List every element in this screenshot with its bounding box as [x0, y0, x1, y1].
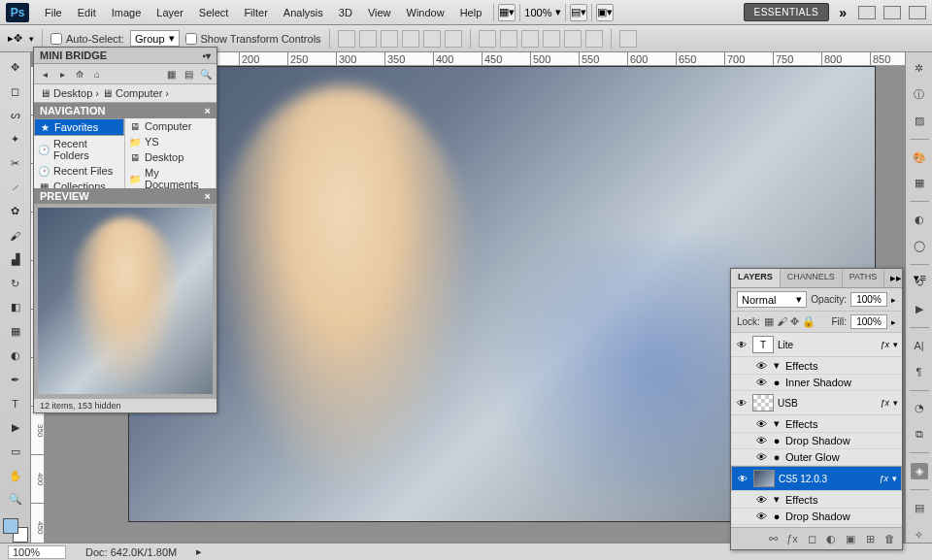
visibility-icon[interactable]: 👁: [754, 360, 768, 372]
nav-item[interactable]: 🕑Recent Files: [34, 163, 124, 179]
close-icon[interactable]: ×: [205, 190, 211, 202]
layer-item[interactable]: 👁USBƒx▾: [731, 391, 902, 415]
layer-style-icon[interactable]: ƒx: [785, 532, 799, 545]
visibility-icon[interactable]: 👁: [754, 418, 768, 430]
layer-effect[interactable]: 👁●Inner Shadow: [731, 375, 902, 391]
distribute-top-icon[interactable]: [479, 30, 496, 48]
link-layers-icon[interactable]: ⚯: [766, 532, 780, 545]
new-layer-icon[interactable]: ⊞: [863, 532, 877, 545]
distribute-bottom-icon[interactable]: [521, 30, 539, 48]
menu-image[interactable]: Image: [104, 0, 150, 25]
close-icon[interactable]: ×: [205, 105, 211, 116]
delete-layer-icon[interactable]: 🗑: [882, 532, 896, 545]
gradient-tool[interactable]: ▦: [4, 320, 27, 343]
visibility-icon[interactable]: 👁: [736, 474, 749, 484]
layer-name[interactable]: CS5 12.0.3: [779, 474, 875, 484]
tab-channels[interactable]: CHANNELS: [781, 269, 843, 287]
distribute-vcenter-icon[interactable]: [500, 30, 517, 48]
mini-bridge-breadcrumb[interactable]: 🖥 Desktop › 🖥 Computer ›: [34, 84, 216, 103]
align-top-icon[interactable]: [338, 30, 355, 48]
go-up-icon[interactable]: ⟰: [73, 67, 86, 81]
character-icon[interactable]: A|: [911, 338, 928, 354]
menu-view[interactable]: View: [360, 0, 399, 25]
visibility-icon[interactable]: 👁: [754, 377, 768, 388]
expand-effects-icon[interactable]: ▾: [892, 474, 897, 483]
brush-tool[interactable]: 🖌: [4, 224, 27, 247]
quick-select-tool[interactable]: ✦: [4, 128, 27, 150]
tab-layers[interactable]: LAYERS: [731, 269, 781, 287]
distribute-right-icon[interactable]: [585, 30, 603, 48]
chevron-right-icon[interactable]: ▸: [196, 545, 202, 558]
align-vcenter-icon[interactable]: [359, 30, 377, 48]
expand-effects-icon[interactable]: ▾: [893, 340, 898, 349]
distribute-left-icon[interactable]: [543, 30, 560, 48]
history-brush-tool[interactable]: ↻: [4, 273, 27, 295]
nav-item[interactable]: ▦Collections: [34, 179, 124, 188]
healing-brush-tool[interactable]: ✿: [4, 201, 27, 223]
menu-layer[interactable]: Layer: [149, 0, 191, 25]
nav-item[interactable]: ★Favorites: [34, 118, 124, 136]
channels-dock-icon[interactable]: ▤: [911, 500, 928, 516]
blend-mode-dropdown[interactable]: Normal▾: [737, 291, 807, 308]
adjustment-layer-icon[interactable]: ◐: [824, 532, 838, 545]
chevron-right-icon[interactable]: ▸: [891, 295, 896, 305]
distribute-hcenter-icon[interactable]: [564, 30, 582, 48]
align-left-icon[interactable]: [402, 30, 419, 48]
align-hcenter-icon[interactable]: [423, 30, 441, 48]
clone-source-icon[interactable]: ⧉: [911, 426, 928, 443]
menu-3d[interactable]: 3D: [331, 0, 360, 25]
brush-presets-icon[interactable]: ◔: [911, 400, 928, 416]
back-icon[interactable]: ◂: [38, 67, 51, 81]
layer-thumbnail[interactable]: [753, 470, 775, 487]
tab-paths[interactable]: PATHS: [843, 269, 885, 287]
nav-item[interactable]: 🕑Recent Folders: [34, 136, 124, 163]
layer-mask-icon[interactable]: ◻: [805, 532, 818, 545]
layer-thumbnail[interactable]: [752, 394, 774, 412]
type-tool[interactable]: T: [4, 393, 27, 415]
status-zoom[interactable]: 100%: [8, 545, 66, 559]
hand-tool[interactable]: ✋: [4, 465, 27, 487]
menu-window[interactable]: Window: [399, 0, 452, 25]
view-list-icon[interactable]: ▤: [182, 67, 195, 81]
color-swatches[interactable]: [3, 518, 28, 543]
actions-icon[interactable]: ▶: [911, 301, 928, 317]
nav-item[interactable]: 📁My Documents: [125, 165, 216, 188]
chevron-down-icon[interactable]: ▾: [29, 34, 34, 44]
masks-icon[interactable]: ◯: [911, 238, 928, 254]
visibility-icon[interactable]: 👁: [754, 451, 768, 463]
adjustments-icon[interactable]: ◐: [911, 212, 928, 228]
layer-item[interactable]: 👁TLiteƒx▾: [731, 333, 902, 357]
chevron-down-icon[interactable]: ▾: [555, 6, 561, 18]
view-extras-icon[interactable]: ▤▾: [570, 4, 587, 21]
crop-tool[interactable]: ✂: [4, 152, 27, 175]
visibility-icon[interactable]: 👁: [735, 340, 749, 350]
lasso-tool[interactable]: ᔕ: [4, 105, 27, 127]
layer-effect[interactable]: 👁●Outer Glow: [731, 449, 902, 466]
group-icon[interactable]: ▣: [844, 532, 857, 545]
layer-effect[interactable]: 👁▾Effects: [731, 491, 902, 509]
expand-panels-icon[interactable]: »: [835, 5, 850, 20]
pen-tool[interactable]: ✒: [4, 369, 27, 391]
navigator-icon[interactable]: ✲: [911, 60, 928, 77]
zoom-tool[interactable]: 🔍: [4, 489, 27, 511]
auto-select-dropdown[interactable]: Group▾: [130, 30, 180, 47]
info-icon[interactable]: ⓘ: [911, 86, 928, 103]
swatches-icon[interactable]: 🎨: [911, 149, 928, 166]
layer-effect[interactable]: 👁●Drop Shadow: [731, 509, 902, 525]
visibility-icon[interactable]: 👁: [754, 511, 768, 522]
move-tool[interactable]: ✥: [4, 56, 27, 79]
path-select-tool[interactable]: ▶: [4, 416, 27, 439]
chevron-right-icon[interactable]: ▸: [891, 317, 896, 327]
minimize-icon[interactable]: [858, 6, 876, 19]
zoom-value[interactable]: 100%: [524, 7, 551, 18]
menu-file[interactable]: File: [37, 0, 70, 25]
auto-align-icon[interactable]: [619, 30, 637, 48]
restore-icon[interactable]: [883, 6, 901, 19]
layer-name[interactable]: USB: [778, 398, 876, 409]
menu-filter[interactable]: Filter: [236, 0, 275, 25]
visibility-icon[interactable]: 👁: [754, 494, 768, 506]
nav-item[interactable]: 📁YS: [125, 134, 216, 149]
eraser-tool[interactable]: ◧: [4, 297, 27, 319]
marquee-tool[interactable]: ◻: [4, 81, 27, 103]
visibility-icon[interactable]: 👁: [754, 435, 768, 446]
